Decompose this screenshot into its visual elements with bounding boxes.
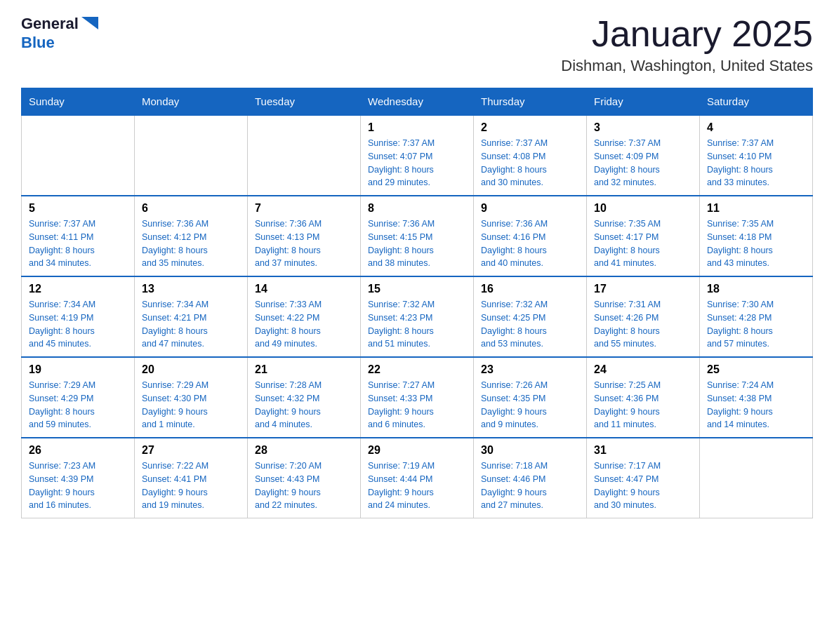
month-title: January 2025 bbox=[561, 14, 813, 54]
calendar-cell: 14Sunrise: 7:33 AM Sunset: 4:22 PM Dayli… bbox=[248, 276, 361, 357]
calendar-cell: 5Sunrise: 7:37 AM Sunset: 4:11 PM Daylig… bbox=[22, 196, 135, 276]
calendar-week-row: 19Sunrise: 7:29 AM Sunset: 4:29 PM Dayli… bbox=[22, 357, 813, 438]
day-number: 4 bbox=[707, 121, 805, 134]
day-number: 6 bbox=[142, 202, 240, 215]
calendar-cell: 26Sunrise: 7:23 AM Sunset: 4:39 PM Dayli… bbox=[22, 438, 135, 518]
day-number: 1 bbox=[368, 121, 466, 134]
day-number: 8 bbox=[368, 202, 466, 215]
calendar-cell: 23Sunrise: 7:26 AM Sunset: 4:35 PM Dayli… bbox=[474, 357, 587, 438]
day-number: 22 bbox=[368, 363, 466, 376]
location-title: Dishman, Washington, United States bbox=[561, 57, 813, 75]
calendar-cell: 3Sunrise: 7:37 AM Sunset: 4:09 PM Daylig… bbox=[587, 115, 700, 196]
day-info: Sunrise: 7:36 AM Sunset: 4:15 PM Dayligh… bbox=[368, 217, 466, 270]
day-number: 3 bbox=[594, 121, 692, 134]
weekday-header-saturday: Saturday bbox=[700, 88, 813, 116]
calendar-week-row: 26Sunrise: 7:23 AM Sunset: 4:39 PM Dayli… bbox=[22, 438, 813, 518]
calendar-cell: 27Sunrise: 7:22 AM Sunset: 4:41 PM Dayli… bbox=[135, 438, 248, 518]
calendar-cell: 18Sunrise: 7:30 AM Sunset: 4:28 PM Dayli… bbox=[700, 276, 813, 357]
calendar-cell: 6Sunrise: 7:36 AM Sunset: 4:12 PM Daylig… bbox=[135, 196, 248, 276]
day-info: Sunrise: 7:23 AM Sunset: 4:39 PM Dayligh… bbox=[29, 459, 127, 512]
day-number: 27 bbox=[142, 444, 240, 457]
day-info: Sunrise: 7:36 AM Sunset: 4:12 PM Dayligh… bbox=[142, 217, 240, 270]
calendar-cell: 4Sunrise: 7:37 AM Sunset: 4:10 PM Daylig… bbox=[700, 115, 813, 196]
day-info: Sunrise: 7:29 AM Sunset: 4:30 PM Dayligh… bbox=[142, 379, 240, 431]
weekday-header-friday: Friday bbox=[587, 88, 700, 116]
calendar-cell: 28Sunrise: 7:20 AM Sunset: 4:43 PM Dayli… bbox=[248, 438, 361, 518]
calendar-cell: 29Sunrise: 7:19 AM Sunset: 4:44 PM Dayli… bbox=[361, 438, 474, 518]
day-info: Sunrise: 7:28 AM Sunset: 4:32 PM Dayligh… bbox=[255, 379, 353, 431]
day-info: Sunrise: 7:19 AM Sunset: 4:44 PM Dayligh… bbox=[368, 459, 466, 512]
day-number: 11 bbox=[707, 202, 805, 215]
day-number: 30 bbox=[481, 444, 579, 457]
calendar-cell: 17Sunrise: 7:31 AM Sunset: 4:26 PM Dayli… bbox=[587, 276, 700, 357]
weekday-header-row: SundayMondayTuesdayWednesdayThursdayFrid… bbox=[22, 88, 813, 116]
calendar-cell: 22Sunrise: 7:27 AM Sunset: 4:33 PM Dayli… bbox=[361, 357, 474, 438]
day-number: 19 bbox=[29, 363, 127, 376]
day-info: Sunrise: 7:37 AM Sunset: 4:09 PM Dayligh… bbox=[594, 137, 692, 189]
day-number: 10 bbox=[594, 202, 692, 215]
title-block: January 2025 Dishman, Washington, United… bbox=[561, 14, 813, 75]
logo-general-text: General bbox=[21, 15, 79, 33]
calendar-cell: 19Sunrise: 7:29 AM Sunset: 4:29 PM Dayli… bbox=[22, 357, 135, 438]
day-number: 13 bbox=[142, 283, 240, 295]
page-header: General Blue January 2025 Dishman, Washi… bbox=[21, 14, 813, 75]
calendar-cell: 16Sunrise: 7:32 AM Sunset: 4:25 PM Dayli… bbox=[474, 276, 587, 357]
calendar-cell bbox=[135, 115, 248, 196]
day-info: Sunrise: 7:20 AM Sunset: 4:43 PM Dayligh… bbox=[255, 459, 353, 512]
day-info: Sunrise: 7:31 AM Sunset: 4:26 PM Dayligh… bbox=[594, 298, 692, 351]
day-number: 31 bbox=[594, 444, 692, 457]
day-info: Sunrise: 7:37 AM Sunset: 4:10 PM Dayligh… bbox=[707, 137, 805, 189]
day-info: Sunrise: 7:22 AM Sunset: 4:41 PM Dayligh… bbox=[142, 459, 240, 512]
logo: General Blue bbox=[21, 14, 100, 52]
calendar-cell bbox=[700, 438, 813, 518]
day-number: 16 bbox=[481, 283, 579, 295]
calendar-cell: 11Sunrise: 7:35 AM Sunset: 4:18 PM Dayli… bbox=[700, 196, 813, 276]
weekday-header-sunday: Sunday bbox=[22, 88, 135, 116]
calendar-table: SundayMondayTuesdayWednesdayThursdayFrid… bbox=[21, 88, 813, 518]
day-info: Sunrise: 7:26 AM Sunset: 4:35 PM Dayligh… bbox=[481, 379, 579, 431]
day-info: Sunrise: 7:37 AM Sunset: 4:11 PM Dayligh… bbox=[29, 217, 127, 270]
day-info: Sunrise: 7:35 AM Sunset: 4:17 PM Dayligh… bbox=[594, 217, 692, 270]
calendar-cell: 2Sunrise: 7:37 AM Sunset: 4:08 PM Daylig… bbox=[474, 115, 587, 196]
logo-icon bbox=[80, 14, 100, 34]
day-number: 5 bbox=[29, 202, 127, 215]
weekday-header-tuesday: Tuesday bbox=[248, 88, 361, 116]
svg-marker-0 bbox=[81, 17, 98, 29]
calendar-week-row: 5Sunrise: 7:37 AM Sunset: 4:11 PM Daylig… bbox=[22, 196, 813, 276]
day-info: Sunrise: 7:37 AM Sunset: 4:07 PM Dayligh… bbox=[368, 137, 466, 189]
calendar-cell: 21Sunrise: 7:28 AM Sunset: 4:32 PM Dayli… bbox=[248, 357, 361, 438]
day-number: 26 bbox=[29, 444, 127, 457]
day-number: 23 bbox=[481, 363, 579, 376]
day-number: 20 bbox=[142, 363, 240, 376]
calendar-cell bbox=[22, 115, 135, 196]
calendar-cell: 25Sunrise: 7:24 AM Sunset: 4:38 PM Dayli… bbox=[700, 357, 813, 438]
day-info: Sunrise: 7:24 AM Sunset: 4:38 PM Dayligh… bbox=[707, 379, 805, 431]
weekday-header-monday: Monday bbox=[135, 88, 248, 116]
weekday-header-thursday: Thursday bbox=[474, 88, 587, 116]
calendar-cell: 31Sunrise: 7:17 AM Sunset: 4:47 PM Dayli… bbox=[587, 438, 700, 518]
calendar-cell bbox=[248, 115, 361, 196]
calendar-cell: 24Sunrise: 7:25 AM Sunset: 4:36 PM Dayli… bbox=[587, 357, 700, 438]
day-number: 21 bbox=[255, 363, 353, 376]
day-info: Sunrise: 7:25 AM Sunset: 4:36 PM Dayligh… bbox=[594, 379, 692, 431]
day-info: Sunrise: 7:30 AM Sunset: 4:28 PM Dayligh… bbox=[707, 298, 805, 351]
calendar-week-row: 1Sunrise: 7:37 AM Sunset: 4:07 PM Daylig… bbox=[22, 115, 813, 196]
day-number: 2 bbox=[481, 121, 579, 134]
day-number: 28 bbox=[255, 444, 353, 457]
calendar-cell: 10Sunrise: 7:35 AM Sunset: 4:17 PM Dayli… bbox=[587, 196, 700, 276]
calendar-cell: 9Sunrise: 7:36 AM Sunset: 4:16 PM Daylig… bbox=[474, 196, 587, 276]
day-info: Sunrise: 7:29 AM Sunset: 4:29 PM Dayligh… bbox=[29, 379, 127, 431]
day-number: 7 bbox=[255, 202, 353, 215]
calendar-cell: 20Sunrise: 7:29 AM Sunset: 4:30 PM Dayli… bbox=[135, 357, 248, 438]
calendar-week-row: 12Sunrise: 7:34 AM Sunset: 4:19 PM Dayli… bbox=[22, 276, 813, 357]
day-info: Sunrise: 7:36 AM Sunset: 4:16 PM Dayligh… bbox=[481, 217, 579, 270]
logo-blue-text: Blue bbox=[21, 34, 55, 52]
day-info: Sunrise: 7:27 AM Sunset: 4:33 PM Dayligh… bbox=[368, 379, 466, 431]
day-info: Sunrise: 7:32 AM Sunset: 4:23 PM Dayligh… bbox=[368, 298, 466, 351]
calendar-cell: 12Sunrise: 7:34 AM Sunset: 4:19 PM Dayli… bbox=[22, 276, 135, 357]
day-number: 15 bbox=[368, 283, 466, 295]
day-info: Sunrise: 7:18 AM Sunset: 4:46 PM Dayligh… bbox=[481, 459, 579, 512]
day-number: 17 bbox=[594, 283, 692, 295]
calendar-cell: 1Sunrise: 7:37 AM Sunset: 4:07 PM Daylig… bbox=[361, 115, 474, 196]
calendar-cell: 8Sunrise: 7:36 AM Sunset: 4:15 PM Daylig… bbox=[361, 196, 474, 276]
